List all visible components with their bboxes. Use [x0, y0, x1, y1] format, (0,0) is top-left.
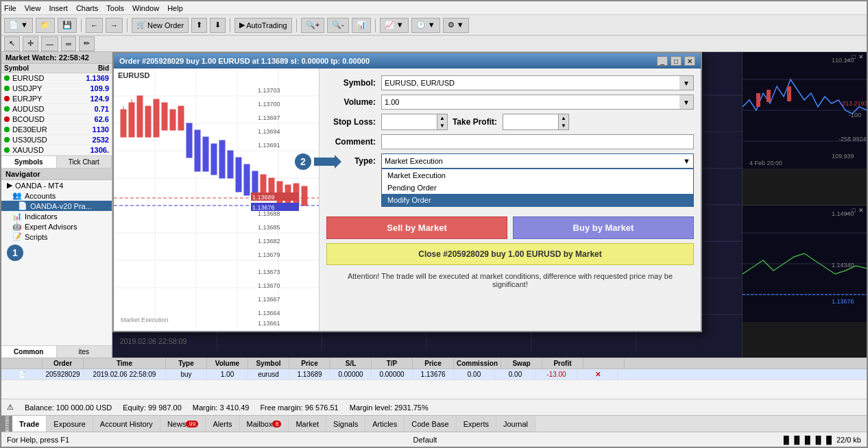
type-option-modify[interactable]: Modify Order: [382, 194, 693, 206]
tab-symbols[interactable]: Symbols: [1, 156, 57, 168]
hline-btn[interactable]: ═: [61, 36, 76, 51]
tab-mailbox[interactable]: Mailbox 8: [240, 416, 289, 432]
svg-text:1.13661: 1.13661: [258, 320, 280, 327]
toolbar-secondary: ↖ ✛ — ═ ✏: [1, 36, 867, 52]
nav-item-oanda---mt4[interactable]: ▶OANDA - MT4: [1, 180, 112, 190]
close-order-btn[interactable]: Close #205928029 buy 1.00 EURUSD by Mark…: [326, 243, 694, 265]
draw-btn[interactable]: ✏: [79, 36, 95, 51]
row-close-btn[interactable]: ✕: [577, 369, 618, 379]
symbol-row-us30usd[interactable]: US30USD 2532: [1, 135, 112, 145]
nav-label: Scripts: [25, 233, 48, 241]
tab-articles[interactable]: Articles: [365, 416, 405, 432]
save-btn[interactable]: 💾: [58, 18, 77, 33]
restore-top-chart[interactable]: □: [852, 53, 856, 60]
tab-news[interactable]: News 99: [160, 416, 206, 432]
stop-loss-down[interactable]: ▼: [437, 122, 447, 129]
symbol-label: Symbol:: [326, 78, 381, 88]
sell-btn[interactable]: ⬇: [210, 18, 226, 33]
take-profit-field[interactable]: 0.00000: [503, 114, 558, 129]
dialog-close-btn[interactable]: ✕: [684, 56, 695, 66]
menu-insert[interactable]: Insert: [49, 4, 68, 12]
nav-item-oanda-v20-pra---[interactable]: 📄OANDA-v20 Pra...: [1, 201, 112, 211]
symbol-dropdown-btn[interactable]: ▼: [679, 76, 693, 90]
menu-file[interactable]: File: [4, 4, 16, 12]
type-dropdown[interactable]: Market Execution ▼ Market Execution Pend…: [381, 153, 694, 169]
symbol-row-bcousd[interactable]: BCOUSD 62.6: [1, 114, 112, 125]
menu-tools[interactable]: Tools: [106, 4, 124, 12]
settings-btn[interactable]: ⚙ ▼: [443, 18, 469, 33]
type-dropdown-header[interactable]: Market Execution ▼: [381, 153, 694, 169]
sell-by-market-btn[interactable]: Sell by Market: [326, 216, 507, 239]
symbol-row-eurusd[interactable]: EURUSD 1.1369: [1, 73, 112, 84]
nav-icon: 📊: [12, 212, 22, 221]
take-profit-label: Take Profit:: [448, 117, 503, 127]
symbol-row-usdjpy[interactable]: USDJPY 109.9: [1, 84, 112, 94]
symbol-row-de30eur[interactable]: DE30EUR 1130: [1, 125, 112, 135]
new-file-btn[interactable]: 📄 ▼: [4, 18, 33, 33]
forward-btn[interactable]: →: [106, 18, 123, 33]
tab-trade[interactable]: Trade: [12, 416, 47, 432]
chart-btn[interactable]: 📊: [352, 18, 371, 33]
close-top-chart[interactable]: ✕: [858, 53, 864, 60]
zoom-in-btn[interactable]: 🔍+: [301, 18, 324, 33]
tab-experts[interactable]: Experts: [457, 416, 496, 432]
dialog-minimize-btn[interactable]: _: [657, 56, 668, 66]
nav-item-accounts[interactable]: 👥Accounts: [1, 190, 112, 201]
symbol-row-xauusd[interactable]: XAUUSD 1306.: [1, 145, 112, 155]
volume-dropdown-btn[interactable]: ▼: [679, 95, 693, 109]
line-btn[interactable]: —: [41, 36, 58, 51]
comment-field[interactable]: [381, 134, 694, 149]
type-option-market[interactable]: Market Execution: [382, 169, 693, 182]
dialog-restore-btn[interactable]: □: [671, 56, 682, 66]
nav-item-indicators[interactable]: 📊Indicators: [1, 211, 112, 221]
nav-tab-ites[interactable]: ites: [57, 346, 112, 358]
take-profit-up[interactable]: ▲: [559, 114, 568, 122]
buy-by-market-btn[interactable]: Buy by Market: [513, 216, 694, 239]
nav-icon: 🤖: [12, 222, 22, 231]
menu-help[interactable]: Help: [167, 4, 183, 12]
new-order-btn[interactable]: 🛒 New Order: [132, 18, 189, 33]
symbol-price: 1.1369: [86, 74, 109, 82]
restore-bottom-chart[interactable]: □: [852, 207, 856, 214]
minimize-top-chart[interactable]: _: [846, 53, 849, 60]
menu-charts[interactable]: Charts: [76, 4, 98, 12]
svg-rect-54: [170, 110, 176, 130]
stop-loss-field[interactable]: 0.00000: [382, 114, 437, 129]
stop-loss-up[interactable]: ▲: [437, 114, 447, 122]
status-warning-icon: ⚠: [7, 403, 14, 412]
nav-tab-common[interactable]: Common: [1, 346, 57, 358]
cursor-btn[interactable]: ↖: [4, 36, 20, 51]
type-option-pending[interactable]: Pending Order: [382, 182, 693, 194]
menu-window[interactable]: Window: [132, 4, 159, 12]
indicators-btn[interactable]: 📈 ▼: [380, 18, 409, 33]
tab-tick-chart[interactable]: Tick Chart: [57, 156, 112, 168]
close-bottom-chart[interactable]: ✕: [858, 207, 864, 214]
tab-account-history[interactable]: Account History: [93, 416, 160, 432]
nav-item-scripts[interactable]: 📝Scripts: [1, 232, 112, 242]
take-profit-spinners: ▲ ▼: [558, 114, 568, 129]
tab-code-base[interactable]: Code Base: [405, 416, 456, 432]
zoom-out-btn[interactable]: 🔍-: [327, 18, 349, 33]
nav-label: Indicators: [25, 212, 58, 221]
clock-btn[interactable]: 🕐 ▼: [411, 18, 440, 33]
svg-text:1.13689: 1.13689: [252, 194, 275, 201]
symbol-row-audusd[interactable]: AUDUSD 0.71: [1, 104, 112, 114]
stop-loss-input[interactable]: 0.00000 ▲ ▼: [381, 114, 448, 130]
open-btn[interactable]: 📁: [36, 18, 55, 33]
tab-market[interactable]: Market: [289, 416, 326, 432]
crosshair-btn[interactable]: ✛: [23, 36, 38, 51]
tab-journal[interactable]: Journal: [496, 416, 535, 432]
tab-alerts[interactable]: Alerts: [206, 416, 239, 432]
tab-exposure[interactable]: Exposure: [47, 416, 93, 432]
menu-view[interactable]: View: [25, 4, 41, 12]
take-profit-down[interactable]: ▼: [559, 122, 568, 129]
minimize-bottom-chart[interactable]: _: [846, 207, 849, 214]
nav-item-expert-advisors[interactable]: 🤖Expert Advisors: [1, 221, 112, 232]
autotrading-btn[interactable]: ▶ AutoTrading: [234, 18, 292, 33]
tab-signals[interactable]: Signals: [326, 416, 365, 432]
take-profit-input[interactable]: 0.00000 ▲ ▼: [503, 114, 569, 130]
dialog-titlebar: Order #205928029 buy 1.00 EURUSD at 1.13…: [114, 53, 701, 69]
back-btn[interactable]: ←: [86, 18, 103, 33]
symbol-row-eurjpy[interactable]: EURJPY 124.9: [1, 94, 112, 104]
buy-btn[interactable]: ⬆: [191, 18, 207, 33]
